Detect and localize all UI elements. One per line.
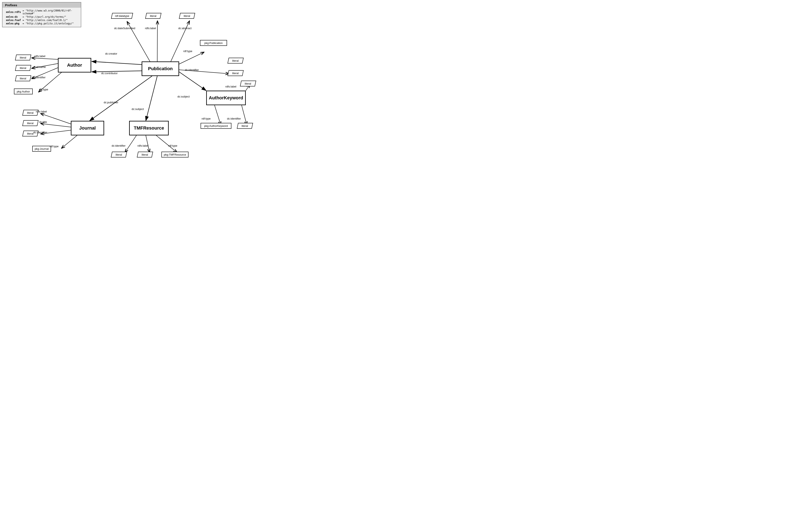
journal-entity: Journal bbox=[71, 121, 104, 135]
prefixes-content: xmlns:rdfs= "http://www.w3.org/2000/01/r… bbox=[5, 9, 78, 25]
lbl-id-ak: dc:identifier bbox=[227, 117, 241, 120]
literal-pub-rdfs: literal bbox=[145, 13, 161, 19]
publication-entity: Publication bbox=[142, 61, 179, 76]
lbl-title-journal: dc:title bbox=[39, 120, 47, 124]
prefix-val-rdfs: = "http://www.w3.org/2000/01/rdf-schema#… bbox=[22, 9, 78, 15]
literal-pub-abstract: literal bbox=[179, 13, 195, 19]
authorkeyword-entity: AuthorKeyword bbox=[206, 91, 246, 105]
svg-line-16 bbox=[41, 124, 71, 127]
pkg-authorkeyword-box: pkg:AuthorKeyword bbox=[200, 123, 231, 129]
prefixes-title: Prefixes bbox=[2, 2, 81, 8]
svg-line-1 bbox=[32, 58, 58, 59]
svg-line-13 bbox=[146, 76, 157, 121]
lbl-subject2: dc:subject bbox=[177, 95, 190, 98]
prefix-key-rdfs: xmlns:rdfs bbox=[5, 9, 22, 15]
svg-line-14 bbox=[179, 72, 206, 91]
lbl-date-submitted: dc:dateSubmitted bbox=[114, 27, 135, 30]
literal-journal-title: literal bbox=[22, 120, 39, 126]
lbl-rdftype-author: rdf:type bbox=[39, 88, 48, 91]
svg-line-18 bbox=[61, 135, 77, 148]
lbl-rdfs-tmf: rdfs:label bbox=[137, 144, 149, 147]
literal-author-rdfs: literal bbox=[15, 55, 31, 60]
prefix-key-foaf: xmlns:foaf bbox=[5, 19, 22, 22]
lbl-dc-creator: dc:creator bbox=[105, 52, 117, 55]
literal-pub-type: literal bbox=[228, 58, 244, 63]
pkg-tmfresource-box: pkg:TMFResource bbox=[161, 152, 189, 157]
literal-tmf-rdfs: literal bbox=[137, 152, 153, 157]
prefix-key-dc: xmlns:dc bbox=[5, 15, 22, 19]
pkg-author-box: pkg:Author bbox=[14, 89, 33, 94]
prefixes-box: Prefixes xmlns:rdfs= "http://www.w3.org/… bbox=[2, 2, 81, 27]
lbl-publisher: dc:publisher bbox=[104, 101, 118, 104]
literal-pub-date: rdf:datatype bbox=[111, 13, 133, 19]
svg-line-12 bbox=[90, 76, 152, 121]
literal-ak-rdfs: literal bbox=[240, 81, 256, 87]
lbl-foaf-author: foaf:name bbox=[34, 65, 46, 69]
lbl-rdftype-journal: rdf:type bbox=[50, 145, 59, 148]
lbl-dc-contributor: dc:contributor bbox=[101, 72, 118, 75]
svg-line-10 bbox=[178, 52, 204, 64]
svg-line-19 bbox=[125, 135, 136, 152]
diagram-container: Prefixes xmlns:rdfs= "http://www.w3.org/… bbox=[0, 0, 263, 177]
pkg-journal-box: pkg:Journal bbox=[32, 146, 51, 152]
lbl-rdfs-pub: rdfs:label bbox=[145, 27, 156, 30]
svg-line-24 bbox=[242, 105, 247, 125]
pkg-publication-box: pkg:Publication bbox=[200, 40, 227, 46]
lbl-rdfs-author: rdfs:label bbox=[34, 55, 45, 58]
prefix-key-pkg: xmlns:pkg bbox=[5, 22, 22, 25]
author-entity: Author bbox=[58, 58, 91, 73]
svg-line-21 bbox=[156, 135, 177, 152]
svg-line-20 bbox=[146, 135, 150, 152]
literal-pub-id: literal bbox=[228, 70, 244, 76]
lbl-id-pub: dc:identifier bbox=[185, 68, 199, 72]
lbl-rdfs-ak: rdfs:label bbox=[225, 85, 236, 88]
lbl-id-journal: dc:identifier bbox=[33, 131, 47, 134]
lbl-id-tmf: dc:identifier bbox=[112, 144, 126, 147]
tmfresource-entity: TMFResource bbox=[129, 121, 169, 135]
svg-line-5 bbox=[92, 61, 142, 64]
literal-author-foaf: literal bbox=[15, 65, 31, 71]
literal-tmf-id: literal bbox=[111, 152, 127, 157]
lbl-abstract: dc:abstract bbox=[178, 27, 192, 30]
prefix-val-dc: = "http://purl.org/dc/terms/" bbox=[22, 15, 78, 19]
lbl-rdftype-tmf: rdf:type bbox=[168, 144, 177, 147]
literal-author-dc: literal bbox=[15, 75, 31, 81]
prefix-val-pkg: = "http://pkg.polito.it/ontology/" bbox=[22, 22, 78, 25]
svg-line-23 bbox=[214, 105, 221, 125]
lbl-dc-author: dc:identifier bbox=[32, 76, 45, 79]
lbl-subject1: dc:subject bbox=[132, 108, 144, 111]
lbl-rdftype-pub: rdf:type bbox=[183, 50, 192, 53]
lbl-rdfs-journal: rdfs:label bbox=[36, 110, 47, 113]
literal-ak-id: literal bbox=[237, 123, 253, 129]
lbl-rdftype-ak: rdf:type bbox=[201, 117, 211, 120]
prefix-val-foaf: = "http://xmlns.com/foaf/0.1/" bbox=[22, 19, 78, 22]
